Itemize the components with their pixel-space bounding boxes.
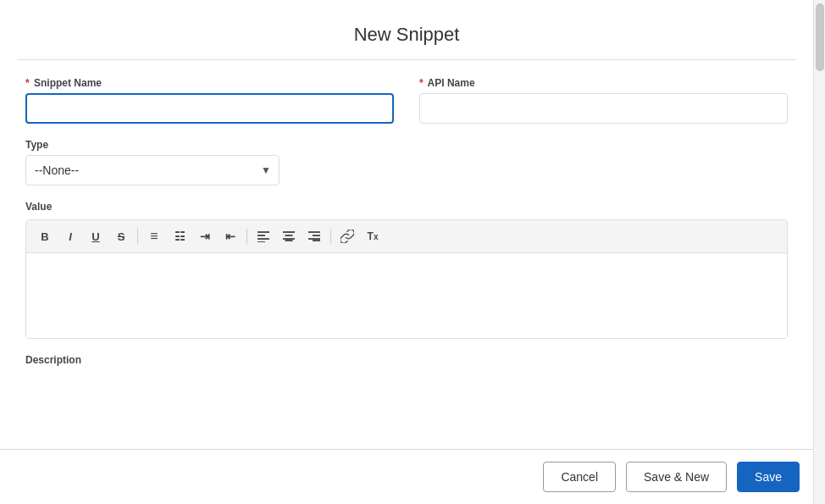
api-name-input[interactable]	[419, 93, 788, 124]
type-label: Type	[25, 139, 280, 151]
unordered-list-button[interactable]: ≡	[142, 225, 166, 247]
link-button[interactable]	[335, 225, 359, 247]
svg-rect-9	[313, 235, 320, 236]
underline-button[interactable]: U	[84, 225, 108, 247]
save-button[interactable]: Save	[737, 462, 800, 492]
toolbar-separator-3	[330, 229, 331, 244]
description-label: Description	[25, 354, 788, 366]
api-name-required: *	[419, 77, 424, 89]
editor-content-area[interactable]	[26, 253, 787, 338]
svg-rect-8	[308, 231, 320, 233]
align-left-icon	[257, 230, 269, 242]
svg-rect-0	[257, 231, 269, 233]
clear-format-button[interactable]: Tx	[361, 225, 385, 247]
form-body: * Snippet Name * API Name Type	[0, 60, 813, 387]
modal-content: New Snippet * Snippet Name * API Name	[0, 0, 825, 449]
svg-rect-2	[257, 238, 269, 240]
align-center-icon	[283, 230, 295, 242]
italic-button[interactable]: I	[58, 225, 82, 247]
snippet-name-group: * Snippet Name	[25, 77, 394, 124]
modal-footer: Cancel Save & New Save	[0, 449, 825, 504]
align-right-button[interactable]	[302, 225, 326, 247]
toolbar-separator-2	[246, 229, 247, 244]
svg-rect-5	[285, 235, 293, 236]
svg-rect-3	[257, 241, 265, 242]
toolbar-separator-1	[137, 229, 138, 244]
modal-container: New Snippet * Snippet Name * API Name	[0, 0, 825, 504]
indent-decrease-button[interactable]: ⇤	[219, 225, 242, 247]
name-row: * Snippet Name * API Name	[25, 77, 788, 124]
type-select[interactable]: --None--	[25, 155, 280, 186]
svg-rect-1	[257, 235, 265, 236]
api-name-group: * API Name	[419, 77, 788, 124]
modal-title: New Snippet	[0, 0, 813, 59]
editor-toolbar: B I U S ≡ ☷ ⇥ ⇤	[26, 220, 787, 253]
align-center-button[interactable]	[277, 225, 301, 247]
svg-rect-7	[285, 240, 293, 241]
save-new-button[interactable]: Save & New	[626, 462, 727, 492]
snippet-name-label: * Snippet Name	[25, 77, 394, 89]
link-icon	[341, 230, 354, 243]
value-section: Value B I U S ≡ ☷ ⇥ ⇤	[25, 201, 788, 339]
scrollbar-track[interactable]	[813, 0, 825, 504]
svg-rect-6	[283, 238, 295, 240]
cancel-button[interactable]: Cancel	[543, 462, 616, 492]
svg-rect-11	[313, 240, 320, 241]
bold-button[interactable]: B	[33, 225, 57, 247]
align-left-button[interactable]	[252, 225, 275, 247]
indent-increase-button[interactable]: ⇥	[193, 225, 217, 247]
ordered-list-button[interactable]: ☷	[168, 225, 191, 247]
value-label: Value	[25, 201, 788, 213]
strikethrough-button[interactable]: S	[109, 225, 133, 247]
type-row: Type --None-- ▼	[25, 139, 788, 186]
type-group: Type --None-- ▼	[25, 139, 280, 186]
description-section: Description	[25, 354, 788, 366]
snippet-name-required: *	[25, 77, 30, 89]
svg-rect-10	[308, 238, 320, 240]
type-select-wrapper: --None-- ▼	[25, 155, 280, 186]
scrollbar-thumb[interactable]	[816, 3, 824, 71]
api-name-label: * API Name	[419, 77, 788, 89]
svg-rect-4	[283, 231, 295, 233]
align-right-icon	[308, 230, 320, 242]
snippet-name-input[interactable]	[25, 93, 394, 124]
editor-wrapper: B I U S ≡ ☷ ⇥ ⇤	[25, 219, 788, 339]
